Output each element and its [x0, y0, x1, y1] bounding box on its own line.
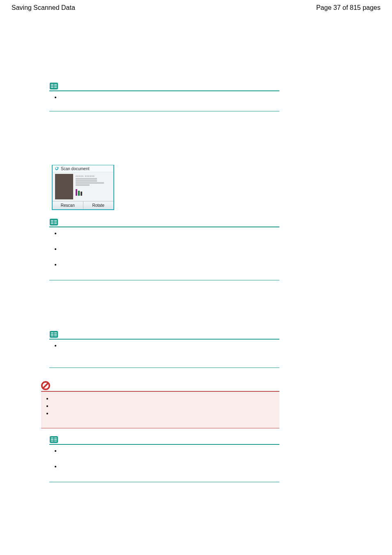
svg-rect-8 [51, 220, 53, 221]
svg-rect-1 [51, 84, 53, 85]
note-block-4: a b [49, 436, 279, 486]
svg-rect-16 [51, 334, 53, 335]
note-header [49, 331, 279, 340]
note-body: a b [49, 447, 279, 482]
note-icon [49, 436, 58, 443]
svg-rect-3 [51, 87, 53, 88]
list-item: . [52, 495, 279, 505]
note-list: a b [49, 447, 279, 469]
svg-rect-18 [54, 333, 57, 333]
svg-rect-17 [51, 335, 53, 336]
svg-rect-25 [51, 439, 53, 440]
svg-rect-20 [54, 335, 57, 336]
list-item: b [53, 402, 279, 409]
note-body: a [49, 342, 279, 368]
page: Saving Scanned Data Page 37 of 815 pages… [0, 0, 392, 555]
svg-rect-26 [51, 441, 53, 442]
important-body: a b c [41, 392, 279, 428]
svg-rect-13 [54, 223, 57, 224]
note-body: a [49, 94, 279, 111]
svg-rect-27 [54, 438, 57, 439]
svg-rect-5 [54, 86, 57, 86]
note-icon [49, 82, 58, 90]
list-item: a [61, 230, 279, 236]
svg-rect-11 [54, 220, 57, 221]
scan-placeholder-text: xxxxx xxxxxx [76, 175, 111, 177]
note-icon [49, 331, 58, 338]
prohibited-icon [41, 381, 50, 390]
scan-panel-title: Scan document [53, 165, 113, 172]
bar-icon [76, 188, 111, 196]
note-block-1: a [49, 82, 279, 116]
refresh-icon [54, 166, 59, 171]
rotate-button[interactable]: Rotate [83, 201, 114, 209]
note-header [49, 218, 279, 227]
svg-rect-4 [54, 84, 57, 85]
list-item: c [53, 410, 279, 416]
svg-rect-9 [51, 222, 53, 222]
page-header: Saving Scanned Data Page 37 of 815 pages [0, 0, 392, 12]
note-block-2: a b c [49, 218, 279, 284]
page-title: Saving Scanned Data [12, 4, 75, 12]
svg-rect-10 [51, 223, 53, 224]
list-item: a [61, 447, 279, 454]
list-item: b [61, 463, 279, 469]
svg-rect-2 [51, 86, 53, 86]
svg-rect-12 [54, 222, 57, 222]
svg-line-22 [43, 383, 48, 388]
svg-rect-15 [51, 333, 53, 333]
svg-rect-19 [54, 334, 57, 335]
note-body: a b c [49, 230, 279, 280]
important-header [41, 381, 279, 392]
list-item: c [61, 261, 279, 268]
important-list: a b c [41, 395, 279, 416]
note-list: a b c [49, 230, 279, 268]
svg-rect-24 [51, 438, 53, 439]
svg-rect-28 [54, 439, 57, 440]
rescan-button[interactable]: Rescan [53, 201, 83, 209]
list-item: b [61, 245, 279, 252]
svg-rect-29 [54, 441, 57, 442]
scan-thumbnail [55, 174, 73, 199]
note-block-3: a [49, 331, 279, 372]
note-list: a [49, 94, 279, 100]
note-header [49, 436, 279, 445]
page-indicator: Page 37 of 815 pages [316, 4, 380, 12]
scan-document-panel: Scan document xxxxx xxxxxx Rescan Rotate [52, 165, 114, 210]
scan-panel-title-text: Scan document [61, 166, 90, 171]
note-list: a [49, 342, 279, 349]
list-item: a [61, 342, 279, 349]
scan-panel-body: xxxxx xxxxxx [53, 172, 113, 201]
important-block: a b c [41, 381, 279, 428]
svg-rect-6 [54, 87, 57, 88]
content: a Scan document xxxxx xxxxxx [0, 12, 392, 505]
note-header [49, 82, 279, 91]
list-item: a [61, 94, 279, 100]
trailing-bullet: . [35, 495, 279, 505]
scan-info: xxxxx xxxxxx [76, 174, 111, 199]
list-item: a [53, 395, 279, 402]
scan-panel-buttons: Rescan Rotate [53, 201, 113, 209]
note-icon [49, 218, 58, 226]
